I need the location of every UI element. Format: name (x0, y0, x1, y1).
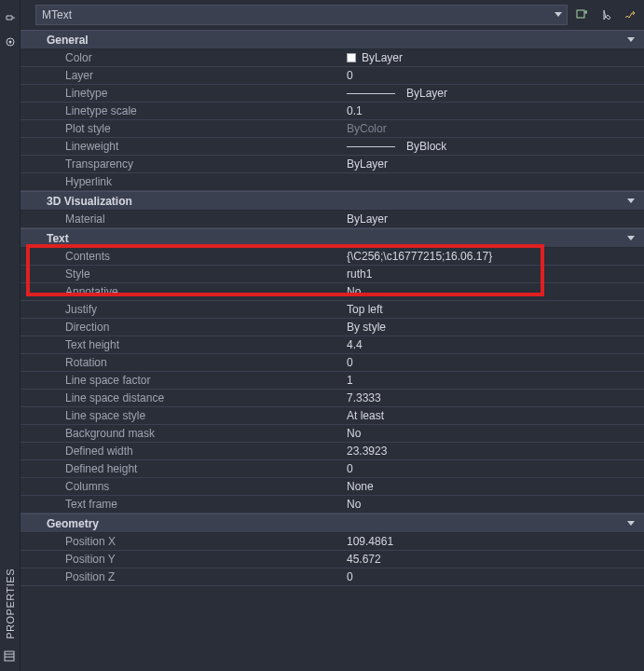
pin-icon[interactable] (4, 11, 17, 24)
section-header-geometry[interactable]: Geometry (21, 514, 644, 533)
row-line-space-style[interactable]: Line space style At least (21, 407, 644, 425)
row-rotation[interactable]: Rotation 0 (21, 354, 644, 372)
row-contents[interactable]: Contents {\C256;\c16777215;16.06.17} (21, 248, 644, 266)
svg-point-3 (8, 41, 11, 44)
lineweight-preview-icon (347, 146, 395, 147)
quick-select-icon[interactable] (571, 5, 592, 25)
row-columns[interactable]: Columns None (21, 478, 644, 496)
svg-marker-13 (627, 199, 635, 203)
svg-rect-8 (577, 10, 584, 18)
svg-rect-4 (5, 651, 14, 661)
object-type-value: MText (42, 8, 72, 21)
row-direction[interactable]: Direction By style (21, 319, 644, 336)
chevron-down-icon (627, 199, 635, 204)
section-text: Text Contents {\C256;\c16777215;16.06.17… (21, 228, 644, 514)
svg-marker-11 (604, 10, 610, 20)
row-justify[interactable]: Justify Top left (21, 301, 644, 319)
palette-title: PROPERTIES (5, 563, 16, 645)
row-plot-style[interactable]: Plot style ByColor (21, 120, 644, 138)
svg-marker-0 (7, 16, 12, 20)
row-linetype-scale[interactable]: Linetype scale 0.1 (21, 103, 644, 120)
chevron-down-icon (627, 37, 635, 43)
object-type-dropdown[interactable]: MText (35, 5, 568, 25)
row-text-frame[interactable]: Text frame No (21, 496, 644, 514)
svg-marker-7 (555, 12, 562, 17)
row-color[interactable]: Color ByLayer (21, 49, 644, 67)
row-material[interactable]: Material ByLayer (21, 211, 644, 228)
row-defined-width[interactable]: Defined width 23.3923 (21, 443, 644, 460)
row-line-space-factor[interactable]: Line space factor 1 (21, 372, 644, 390)
row-position-z[interactable]: Position Z 0 (21, 568, 644, 586)
row-position-y[interactable]: Position Y 45.672 (21, 551, 644, 568)
chevron-down-icon (555, 12, 562, 18)
row-annotative[interactable]: Annotative No (21, 283, 644, 301)
row-position-x[interactable]: Position X 109.4861 (21, 533, 644, 551)
row-hyperlink[interactable]: Hyperlink (21, 173, 644, 191)
row-style[interactable]: Style ruth1 (21, 266, 644, 283)
section-3d-visualization: 3D Visualization Material ByLayer (21, 191, 644, 228)
section-header-text[interactable]: Text (21, 228, 644, 248)
row-linetype[interactable]: Linetype ByLayer (21, 85, 644, 103)
linetype-preview-icon (347, 93, 395, 94)
properties-icon[interactable] (4, 650, 17, 664)
select-objects-icon[interactable] (596, 5, 616, 25)
row-layer[interactable]: Layer 0 (21, 67, 644, 85)
row-defined-height[interactable]: Defined height 0 (21, 460, 644, 478)
quick-properties-icon[interactable] (620, 5, 640, 25)
properties-panel: MText General Color ByLayer (21, 0, 644, 671)
section-geometry: Geometry Position X 109.4861 Position Y … (21, 514, 644, 586)
row-text-height[interactable]: Text height 4.4 (21, 336, 644, 354)
color-swatch-icon (347, 53, 356, 62)
svg-marker-12 (627, 37, 635, 42)
svg-marker-14 (627, 236, 635, 240)
section-header-general[interactable]: General (21, 30, 644, 49)
chevron-down-icon (627, 236, 635, 241)
section-header-3d[interactable]: 3D Visualization (21, 191, 644, 211)
row-line-space-distance[interactable]: Line space distance 7.3333 (21, 390, 644, 407)
palette-sidebar: PROPERTIES (0, 0, 21, 671)
row-lineweight[interactable]: Lineweight ByBlock (21, 138, 644, 156)
row-background-mask[interactable]: Background mask No (21, 425, 644, 443)
svg-marker-15 (627, 521, 635, 526)
chevron-down-icon (627, 521, 635, 527)
gear-icon[interactable] (4, 35, 17, 48)
row-transparency[interactable]: Transparency ByLayer (21, 156, 644, 173)
section-general: General Color ByLayer Layer 0 Linetype B… (21, 30, 644, 191)
